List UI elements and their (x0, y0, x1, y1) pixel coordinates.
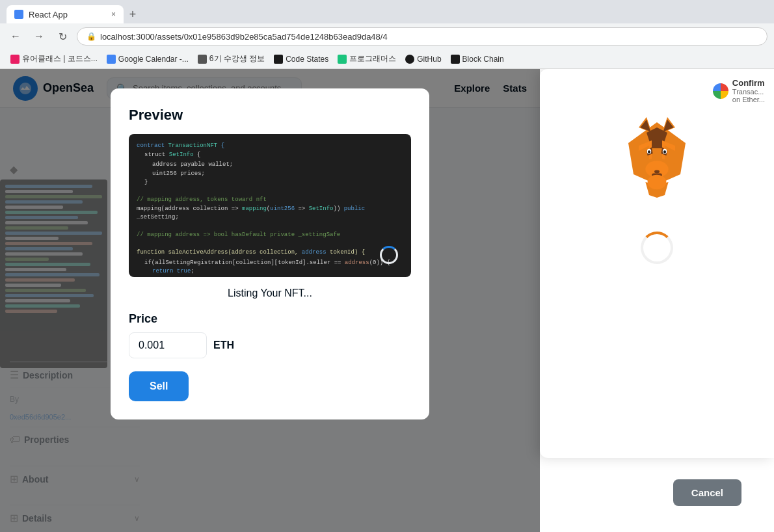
bookmark-favicon-4 (274, 55, 283, 64)
metamask-spinner (641, 232, 673, 264)
bookmark-favicon-7 (451, 55, 460, 64)
forward-button[interactable]: → (30, 27, 48, 46)
bookmark-label-1: 유어클래스 | 코드스... (22, 53, 98, 64)
tab-favicon (14, 10, 23, 19)
new-tab-button[interactable]: + (124, 5, 142, 23)
confirm-title: Confirm (732, 78, 765, 88)
bookmark-student[interactable]: 6기 수강생 정보 (194, 52, 269, 66)
metamask-fox-container (605, 101, 709, 206)
listing-status-text: Listing Your NFT... (129, 287, 411, 299)
tab-close-button[interactable]: × (111, 10, 116, 19)
bookmark-label-6: GitHub (417, 55, 441, 64)
currency-label: ETH (213, 339, 234, 351)
modal-title: Preview (129, 107, 411, 124)
bookmark-favicon-1 (10, 55, 20, 64)
price-label: Price (129, 312, 411, 326)
bookmark-favicon-3 (198, 55, 207, 64)
cancel-button[interactable]: Cancel (673, 479, 741, 506)
code-preview-box: contract TransactionNFT { struct SetInfo… (129, 134, 411, 277)
loading-spinner (380, 246, 398, 264)
confirm-suffix: on Ether... (732, 96, 765, 103)
bookmark-yourcl[interactable]: 유어클래스 | 코드스... (7, 52, 101, 66)
tab-label: React App (29, 10, 68, 20)
bookmark-favicon-2 (107, 55, 116, 64)
price-section: Price ETH (129, 312, 411, 358)
svg-point-12 (654, 170, 660, 174)
price-input-row: ETH (129, 332, 411, 358)
confirm-header: Confirm Transac... on Ether... (713, 78, 765, 103)
lock-icon: 🔒 (87, 32, 96, 41)
sell-button[interactable]: Sell (129, 371, 189, 401)
metamask-panel: Confirm Transac... on Ether... (540, 69, 774, 458)
svg-point-20 (648, 175, 667, 189)
back-button[interactable]: ← (7, 27, 25, 46)
bookmark-label-7: Block Chain (462, 55, 504, 64)
confirm-text-block: Confirm Transac... on Ether... (732, 78, 765, 103)
refresh-button[interactable]: ↻ (53, 27, 72, 46)
modal-overlay: Preview contract TransactionNFT { struct… (0, 69, 540, 532)
chrome-icon (713, 83, 728, 99)
confirm-subtitle: Transac... (732, 88, 765, 96)
code-spinner-container (380, 246, 398, 264)
price-input[interactable] (129, 332, 207, 358)
tab-bar: React App × + (0, 0, 774, 23)
svg-point-17 (648, 150, 650, 153)
bookmarks-bar: 유어클래스 | 코드스... Google Calendar -... 6기 수… (0, 49, 774, 69)
bookmark-gcal[interactable]: Google Calendar -... (103, 53, 193, 65)
bookmark-label-2: Google Calendar -... (118, 55, 189, 64)
bookmark-codestates[interactable]: Code States (270, 53, 332, 65)
bookmark-programmers[interactable]: 프로그래머스 (334, 52, 400, 66)
bookmark-label-3: 6기 수강생 정보 (209, 53, 265, 64)
bookmark-favicon-6 (405, 55, 414, 64)
nav-bar: ← → ↻ 🔒 localhost:3000/assets/0x01e95863… (0, 23, 774, 49)
bookmark-label-4: Code States (286, 55, 328, 64)
bookmark-favicon-5 (338, 55, 347, 64)
active-tab[interactable]: React App × (7, 5, 124, 23)
address-text: localhost:3000/assets/0x01e95863d9b2e85c… (100, 32, 388, 42)
address-bar[interactable]: 🔒 localhost:3000/assets/0x01e95863d9b2e8… (77, 27, 767, 46)
listing-modal: Preview contract TransactionNFT { struct… (111, 88, 429, 419)
svg-point-18 (663, 150, 666, 153)
bookmark-blockchain[interactable]: Block Chain (447, 53, 508, 65)
bookmark-label-5: 프로그래머스 (349, 53, 396, 64)
page-area: OpenSea 🔍 Explore Stats ◆ (0, 69, 774, 532)
metamask-fox-svg (605, 101, 709, 206)
code-preview-text: contract TransactionNFT { struct SetInfo… (137, 142, 403, 277)
bookmark-github[interactable]: GitHub (401, 53, 445, 65)
